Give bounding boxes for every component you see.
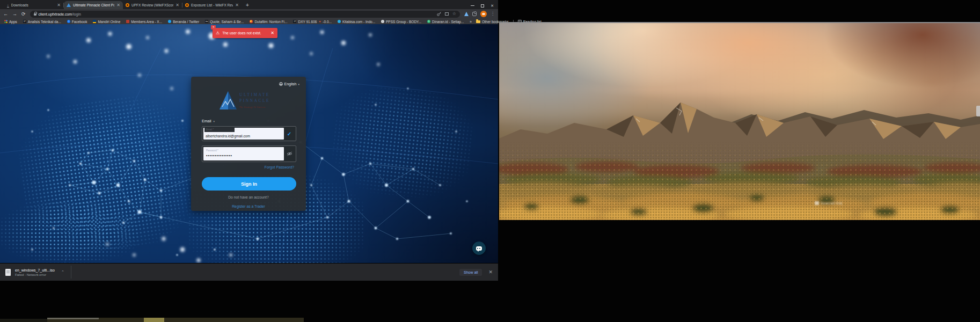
bookmark-analisis[interactable]: 17Analisis Teknikal da... [23, 20, 61, 24]
language-selector[interactable]: English ▾ [279, 82, 299, 86]
chevron-down-icon: ▾ [214, 120, 215, 123]
register-link[interactable]: Register as a Trader [191, 204, 306, 208]
reload-icon[interactable]: ⟳ [21, 12, 26, 17]
brand-tagline: The Strategy Of Success [239, 104, 270, 110]
sign-in-button[interactable]: Sign In [202, 177, 296, 191]
folder-icon [476, 20, 480, 23]
restore-icon[interactable] [481, 4, 484, 8]
tab-close-icon[interactable]: ✕ [57, 3, 61, 8]
email-field[interactable]: Email * albertchandra.id@gmail.com [203, 128, 284, 140]
divider [71, 266, 71, 279]
bookmark-dinaran[interactable]: DDinaran.id - Setiap... [427, 20, 464, 24]
investing-icon: inv [205, 20, 208, 23]
warning-icon: ⚠ [216, 31, 220, 35]
password-field[interactable]: Password * ••••••••••••••• [203, 147, 284, 160]
wikifx-favicon [126, 3, 129, 7]
no-account-text: Do not have an account? [191, 195, 306, 199]
facebook-icon: f [67, 20, 70, 23]
chevron-down-icon: ▾ [298, 83, 299, 86]
xm-icon [126, 20, 129, 23]
tab-title: Exposure List - WikiFX Reviews - [191, 3, 233, 7]
back-icon[interactable]: ← [3, 12, 8, 17]
toast-close-icon[interactable]: ✕ [270, 31, 274, 35]
bookmark-ppss[interactable]: iPPSS Group - BODY... [381, 20, 421, 24]
shelf-close-icon[interactable]: ✕ [488, 269, 493, 275]
bookmark-dxy[interactable]: 17DXY 91.606▼-0.0... [293, 20, 332, 24]
bottom-strip-highlight [144, 318, 164, 322]
browser-window: ↓ Downloads ✕ Ultimate Pinnacle Client P… [0, 0, 498, 281]
bookmark-kitabisa[interactable]: Kitabisa.com - Indo... [338, 20, 375, 24]
screen-edge-tab [976, 106, 980, 116]
tab-downloads[interactable]: ↓ Downloads ✕ [4, 1, 63, 9]
chat-widget-button[interactable] [472, 241, 486, 255]
tab-close-icon[interactable]: ✕ [116, 3, 120, 8]
profile-avatar[interactable] [480, 11, 487, 17]
extension-icon[interactable] [464, 12, 469, 16]
minimize-icon[interactable] [471, 5, 474, 6]
password-float-label: Password * [206, 149, 218, 152]
download-caret-icon[interactable]: ⌃ [61, 270, 64, 274]
bookmark-members-area[interactable]: Members Area - X... [126, 20, 162, 24]
menu-kebab-icon[interactable]: ⋮ [491, 12, 495, 16]
download-icon: ↓ [7, 3, 9, 8]
url-text: client.upfxtrade.com/login [39, 12, 81, 16]
download-file-name: en_windows_7_ulti...iso [15, 268, 55, 272]
mandiri-icon [93, 20, 96, 23]
key-icon[interactable] [437, 12, 441, 16]
bookmarks-bar: Apps 17Analisis Teknikal da... fFacebook… [0, 19, 498, 24]
email-value: albertchandra.id@gmail.com [206, 134, 250, 138]
eye-slash-icon[interactable] [287, 151, 292, 156]
bookmark-mandiri[interactable]: Mandiri Online [93, 20, 120, 24]
bookmark-investing[interactable]: invQuote, Saham & Be... [205, 20, 244, 24]
pinnacle-logo [219, 91, 237, 110]
down-arrow-icon: ▼ [318, 20, 321, 23]
landscape-photo: Swarnali Baij [499, 23, 980, 220]
download-item[interactable]: en_windows_7_ulti...iso Failed - Network… [15, 268, 55, 276]
new-tab-button[interactable]: + [246, 2, 249, 8]
address-bar[interactable]: client.upfxtrade.com/login ☆ [30, 11, 460, 18]
bottom-strip-light [47, 318, 99, 319]
show-all-button[interactable]: Show all [459, 269, 482, 276]
tab-title: Downloads [11, 3, 55, 7]
tab-ultimate-pinnacle[interactable]: Ultimate Pinnacle Client Portal | ✕ [64, 1, 123, 9]
error-toast: ⚠ The user does not exist. ✕ [213, 28, 277, 38]
shrub-texture [499, 141, 980, 220]
bookmark-dutafilm[interactable]: Dutafilm: Nonton Fi... [250, 20, 287, 24]
bookmark-apps[interactable]: Apps [4, 20, 17, 24]
language-label: English [284, 82, 297, 86]
globe-icon [279, 82, 283, 86]
bookmark-star-icon[interactable]: ☆ [452, 12, 456, 16]
tab-upfx-review[interactable]: UPFX Review (WikiFXScore: 7.15 ✕ [123, 1, 182, 9]
toast-message: The user does not exist. [222, 31, 268, 35]
extensions-puzzle-icon[interactable] [472, 12, 477, 16]
login-card: English ▾ ULTIMATE PINNACLE The Strategy… [191, 77, 306, 211]
bookmark-facebook[interactable]: fFacebook [67, 20, 87, 24]
extension-area: ⋮ [464, 11, 495, 17]
bookmarks-overflow-chevron[interactable]: » [470, 20, 472, 24]
dinaran-icon: D [427, 20, 430, 23]
login-method-selector[interactable]: Email ▾ [202, 119, 215, 123]
brand-wordmark: ULTIMATE PINNACLE The Strategy Of Succes… [239, 92, 270, 110]
tab-title: Ultimate Pinnacle Client Portal | [73, 3, 114, 7]
wikifx-favicon [185, 3, 189, 7]
chat-icon [476, 246, 482, 251]
tab-close-icon[interactable]: ✕ [175, 3, 179, 8]
tradingview-icon: 17 [293, 20, 296, 23]
download-status: Failed - Network error [15, 273, 55, 276]
bottom-strip [0, 319, 47, 322]
tab-exposure-list[interactable]: Exposure List - WikiFX Reviews - ✕ [182, 1, 242, 9]
tab-close-icon[interactable]: ✕ [235, 3, 239, 8]
watermark-icon [815, 201, 819, 205]
forward-icon[interactable]: → [12, 12, 17, 17]
lock-icon [34, 13, 36, 16]
download-shelf: en_windows_7_ulti...iso Failed - Network… [0, 263, 498, 281]
send-to-device-icon[interactable] [445, 12, 449, 16]
kitabisa-icon [338, 20, 341, 23]
forgot-password-link[interactable]: Forgot Password? [265, 165, 294, 169]
close-window-icon[interactable]: ✕ [491, 4, 494, 8]
dutafilm-icon [250, 20, 253, 23]
bookmark-twitter[interactable]: Beranda / Twitter [168, 20, 199, 24]
ppss-icon: i [381, 20, 384, 23]
tab-strip: ↓ Downloads ✕ Ultimate Pinnacle Client P… [0, 0, 498, 9]
password-row: Password * ••••••••••••••• [202, 145, 296, 162]
